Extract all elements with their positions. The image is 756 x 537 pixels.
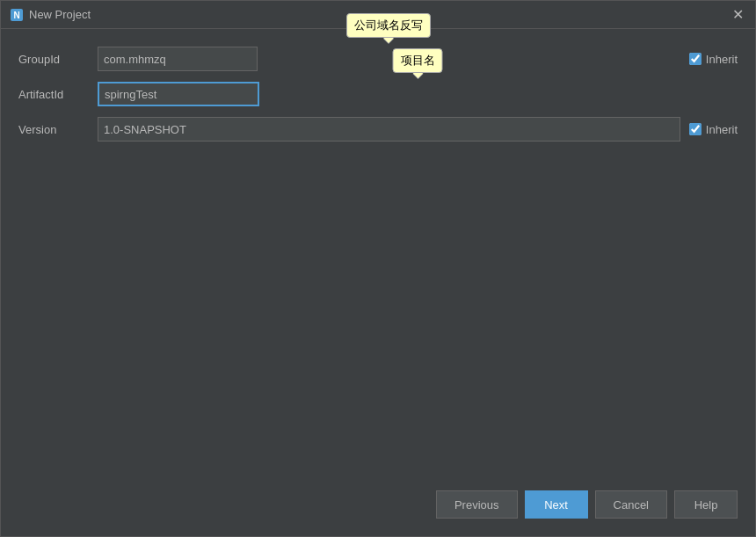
window-icon: N <box>10 8 24 22</box>
form-content: GroupId 公司域名反写 Inherit ArtifactId 项目名 <box>1 29 755 482</box>
version-inherit-checkbox[interactable] <box>689 123 701 135</box>
close-button[interactable]: ✕ <box>729 6 746 24</box>
groupid-inherit-checkbox-group: Inherit <box>689 53 738 66</box>
artifactid-label: ArtifactId <box>18 88 89 101</box>
version-inherit-checkbox-group: Inherit <box>689 123 738 136</box>
artifactid-input[interactable] <box>98 82 259 106</box>
groupid-input[interactable] <box>98 47 258 71</box>
groupid-input-wrapper: 公司域名反写 <box>98 47 680 71</box>
button-bar: Previous Next Cancel Help <box>1 482 755 536</box>
cancel-button[interactable]: Cancel <box>595 490 667 519</box>
artifactid-input-wrapper: 项目名 <box>98 82 738 106</box>
help-button[interactable]: Help <box>674 490 738 519</box>
svg-text:N: N <box>13 11 19 20</box>
version-input[interactable] <box>98 117 680 142</box>
form-area: GroupId 公司域名反写 Inherit ArtifactId 项目名 <box>18 47 738 142</box>
artifactid-tooltip: 项目名 <box>393 48 443 73</box>
version-label: Version <box>18 123 89 136</box>
groupid-row: GroupId 公司域名反写 Inherit <box>18 47 738 71</box>
groupid-tooltip: 公司域名反写 <box>346 13 431 38</box>
version-inherit-label: Inherit <box>706 123 738 136</box>
groupid-label: GroupId <box>18 53 89 66</box>
groupid-inherit-checkbox[interactable] <box>689 53 701 65</box>
groupid-inherit-label: Inherit <box>706 53 738 66</box>
spacer <box>18 142 738 473</box>
version-row: Version Inherit <box>18 117 738 142</box>
artifactid-row: ArtifactId 项目名 <box>18 82 738 106</box>
new-project-window: N New Project ✕ GroupId 公司域名反写 Inherit <box>0 0 756 537</box>
previous-button[interactable]: Previous <box>436 490 518 519</box>
next-button[interactable]: Next <box>525 490 588 519</box>
